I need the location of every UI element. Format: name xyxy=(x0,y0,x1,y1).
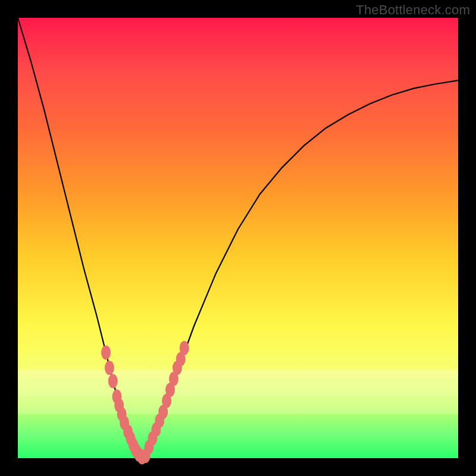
highlight-dot xyxy=(105,361,114,375)
highlight-dot xyxy=(180,341,189,355)
curve-svg xyxy=(18,18,458,458)
bottleneck-curve xyxy=(18,18,458,458)
plot-area xyxy=(18,18,458,458)
watermark-text: TheBottleneck.com xyxy=(356,2,470,18)
highlight-dot xyxy=(101,345,111,359)
highlight-dots xyxy=(101,341,189,465)
chart-frame: TheBottleneck.com xyxy=(0,0,476,476)
highlight-dot xyxy=(108,374,118,389)
